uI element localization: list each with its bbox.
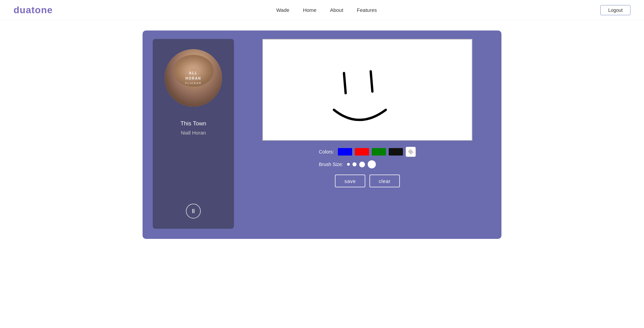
track-title: This Town bbox=[180, 120, 206, 127]
album-all: ALL bbox=[185, 70, 202, 76]
logo: duatone bbox=[14, 5, 53, 16]
color-green[interactable] bbox=[372, 148, 386, 156]
logout-button[interactable]: Logout bbox=[600, 5, 630, 15]
brush-size-md[interactable] bbox=[359, 162, 365, 167]
drawing-area: Colors: Brush Size: bbox=[243, 39, 491, 187]
color-black[interactable] bbox=[389, 148, 403, 156]
main-content: ALL HORAN FLICKER This Town Niall Horan … bbox=[0, 20, 644, 252]
color-blue[interactable] bbox=[338, 148, 352, 156]
album-horan: HORAN bbox=[185, 76, 202, 81]
colors-label: Colors: bbox=[319, 149, 334, 155]
nav-links: Wade Home About Features bbox=[276, 7, 377, 13]
nav-link-about[interactable]: About bbox=[330, 7, 343, 13]
track-artist: Niall Horan bbox=[181, 130, 206, 136]
drawing-controls: Colors: Brush Size: bbox=[319, 147, 416, 168]
save-button[interactable]: save bbox=[335, 175, 365, 187]
avatar: ALL HORAN FLICKER bbox=[165, 49, 222, 107]
color-red[interactable] bbox=[355, 148, 369, 156]
nav-link-home[interactable]: Home bbox=[303, 7, 317, 13]
navbar: duatone Wade Home About Features Logout bbox=[0, 0, 644, 20]
drawing-canvas[interactable] bbox=[262, 39, 472, 141]
brush-size-sm[interactable] bbox=[352, 162, 357, 166]
colors-row: Colors: bbox=[319, 147, 416, 157]
album-flicker: FLICKER bbox=[185, 81, 202, 86]
player-card: ALL HORAN FLICKER This Town Niall Horan … bbox=[153, 39, 234, 229]
action-buttons: save clear bbox=[335, 175, 400, 187]
brush-size-lg[interactable] bbox=[368, 160, 376, 168]
clear-button[interactable]: clear bbox=[369, 175, 400, 187]
album-art: ALL HORAN FLICKER bbox=[165, 49, 222, 107]
brushsize-row: Brush Size: bbox=[319, 160, 376, 168]
logo-text: duatone bbox=[14, 5, 53, 15]
album-overlay: ALL HORAN FLICKER bbox=[185, 70, 202, 86]
smiley-drawing bbox=[263, 40, 472, 140]
outer-panel: ALL HORAN FLICKER This Town Niall Horan … bbox=[143, 30, 501, 239]
eraser-button[interactable] bbox=[406, 147, 416, 157]
nav-link-features[interactable]: Features bbox=[357, 7, 377, 13]
pause-button[interactable]: ⏸ bbox=[186, 204, 201, 219]
brushsize-label: Brush Size: bbox=[319, 162, 343, 167]
nav-link-wade[interactable]: Wade bbox=[276, 7, 289, 13]
eraser-icon bbox=[408, 149, 414, 155]
brush-size-xs[interactable] bbox=[347, 163, 350, 166]
